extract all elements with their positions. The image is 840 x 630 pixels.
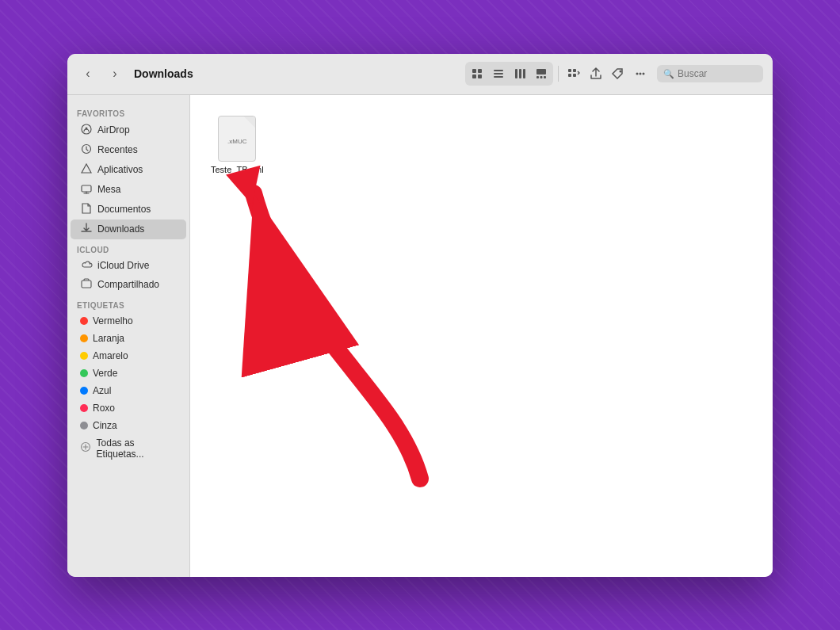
file-item-teste-xml[interactable]: .xMUC Teste_TB.xml xyxy=(206,111,269,179)
sidebar-item-label-airdrop: AirDrop xyxy=(97,124,130,136)
svg-point-23 xyxy=(86,127,88,129)
group-button[interactable] xyxy=(563,63,584,84)
sidebar-item-icloud-drive[interactable]: iCloud Drive xyxy=(71,257,186,275)
search-box[interactable]: 🔍 xyxy=(657,65,763,82)
dot-laranja xyxy=(80,334,88,342)
compartilhado-icon xyxy=(80,278,93,292)
sidebar-item-label-mesa: Mesa xyxy=(97,184,120,195)
sidebar-item-azul[interactable]: Azul xyxy=(71,382,186,399)
search-icon: 🔍 xyxy=(663,69,674,79)
tags-button[interactable] xyxy=(608,63,628,84)
gallery-view-button[interactable] xyxy=(531,63,552,84)
svg-rect-0 xyxy=(472,69,476,73)
sidebar-item-label-cinza: Cinza xyxy=(93,420,117,431)
svg-rect-14 xyxy=(568,69,571,72)
sidebar-item-label-roxo: Roxo xyxy=(93,403,115,414)
share-button[interactable] xyxy=(586,63,606,84)
svg-rect-26 xyxy=(82,281,91,288)
dot-vermelho xyxy=(80,317,88,325)
dot-amarelo xyxy=(80,352,88,360)
search-input[interactable] xyxy=(678,68,757,79)
svg-rect-1 xyxy=(478,69,482,73)
svg-rect-10 xyxy=(536,69,546,74)
content-area: Favoritos AirDrop Recentes Aplicativos xyxy=(67,95,773,577)
svg-rect-25 xyxy=(82,185,91,192)
downloads-icon xyxy=(80,223,93,236)
svg-point-20 xyxy=(640,73,642,75)
toolbar-title: Downloads xyxy=(134,67,460,80)
icloud-icon xyxy=(80,260,93,272)
svg-point-18 xyxy=(620,71,622,73)
sidebar-item-todas-etiquetas[interactable]: Todas as Etiquetas... xyxy=(71,434,186,463)
annotation-arrow xyxy=(190,95,773,577)
sidebar-item-label-recentes: Recentes xyxy=(97,144,138,155)
svg-rect-9 xyxy=(523,69,525,78)
finder-window: ‹ › Downloads xyxy=(67,54,773,577)
svg-rect-16 xyxy=(573,69,576,72)
sidebar-item-label-downloads: Downloads xyxy=(97,223,144,235)
sidebar-item-compartilhado[interactable]: Compartilhado xyxy=(71,275,186,295)
dot-cinza xyxy=(80,422,88,430)
aplicativos-icon xyxy=(80,163,93,177)
file-name-label: Teste_TB.xml xyxy=(211,165,264,174)
svg-rect-2 xyxy=(472,74,476,78)
back-button[interactable]: ‹ xyxy=(77,63,99,85)
sidebar-item-documentos[interactable]: Documentos xyxy=(71,200,186,220)
airdrop-icon xyxy=(80,124,93,137)
svg-rect-15 xyxy=(568,74,571,77)
sidebar-item-airdrop[interactable]: AirDrop xyxy=(71,120,186,140)
view-group xyxy=(465,62,553,86)
dot-verde xyxy=(80,369,88,377)
sidebar-item-label-icloud-drive: iCloud Drive xyxy=(97,260,149,271)
sidebar-item-label-verde: Verde xyxy=(93,368,117,379)
dot-azul xyxy=(80,387,88,395)
svg-rect-3 xyxy=(478,74,482,78)
svg-rect-4 xyxy=(494,70,503,71)
sidebar-item-label-documentos: Documentos xyxy=(97,204,151,215)
sidebar-item-label-azul: Azul xyxy=(93,385,111,396)
sidebar-item-roxo[interactable]: Roxo xyxy=(71,399,186,417)
sidebar-item-amarelo[interactable]: Amarelo xyxy=(71,347,186,365)
sidebar-item-aplicativos[interactable]: Aplicativos xyxy=(71,160,186,180)
todas-etiquetas-icon xyxy=(80,441,92,455)
section-label-icloud: iCloud xyxy=(67,239,189,257)
file-icon: .xMUC xyxy=(218,116,256,162)
toolbar-actions: 🔍 xyxy=(465,62,763,86)
more-button[interactable] xyxy=(630,63,651,84)
sidebar-item-label-todas: Todas as Etiquetas... xyxy=(97,437,177,460)
sidebar-item-vermelho[interactable]: Vermelho xyxy=(71,312,186,330)
svg-rect-11 xyxy=(536,76,539,78)
svg-rect-17 xyxy=(573,74,576,77)
dot-roxo xyxy=(80,404,88,412)
toolbar: ‹ › Downloads xyxy=(67,54,773,95)
svg-rect-12 xyxy=(540,76,543,78)
sidebar-item-mesa[interactable]: Mesa xyxy=(71,180,186,200)
file-type-label: .xMUC xyxy=(227,138,246,146)
svg-rect-7 xyxy=(515,69,517,78)
svg-rect-8 xyxy=(519,69,521,78)
sidebar-item-downloads[interactable]: Downloads xyxy=(71,220,186,239)
svg-rect-6 xyxy=(494,76,503,78)
sidebar-item-laranja[interactable]: Laranja xyxy=(71,330,186,347)
svg-rect-13 xyxy=(544,76,546,78)
icon-view-button[interactable] xyxy=(467,63,487,84)
sidebar-item-label-aplicativos: Aplicativos xyxy=(97,164,143,175)
sidebar-item-verde[interactable]: Verde xyxy=(71,365,186,382)
svg-point-19 xyxy=(636,73,639,75)
mesa-icon xyxy=(80,183,93,197)
sidebar-item-label-laranja: Laranja xyxy=(93,333,124,344)
forward-button[interactable]: › xyxy=(104,63,126,85)
list-view-button[interactable] xyxy=(488,63,509,84)
sidebar-item-recentes[interactable]: Recentes xyxy=(71,140,186,160)
section-label-etiquetas: Etiquetas xyxy=(67,295,189,312)
sidebar-item-label-vermelho: Vermelho xyxy=(93,315,133,326)
sidebar: Favoritos AirDrop Recentes Aplicativos xyxy=(67,95,190,577)
file-area: .xMUC Teste_TB.xml xyxy=(190,95,773,577)
svg-point-21 xyxy=(643,73,645,75)
documentos-icon xyxy=(80,203,93,216)
sidebar-item-cinza[interactable]: Cinza xyxy=(71,417,186,434)
column-view-button[interactable] xyxy=(510,63,530,84)
recentes-icon xyxy=(80,143,93,157)
sidebar-item-label-compartilhado: Compartilhado xyxy=(97,279,159,290)
svg-rect-5 xyxy=(494,73,503,74)
